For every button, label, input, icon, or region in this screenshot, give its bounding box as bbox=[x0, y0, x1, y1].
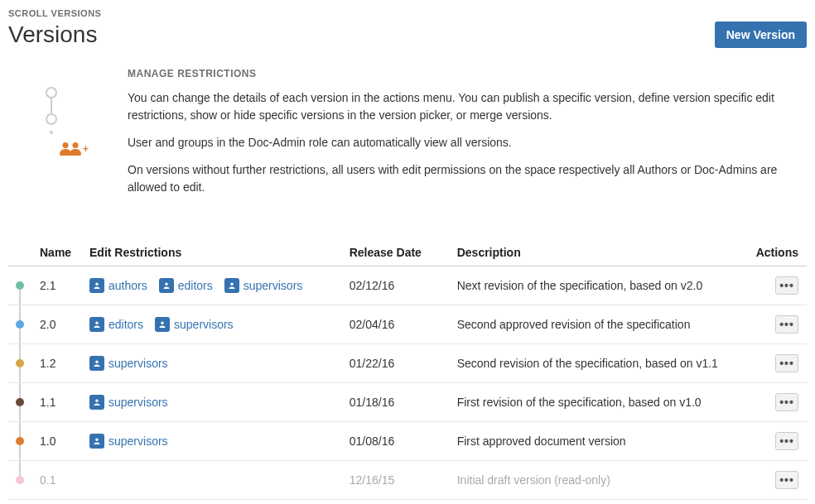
version-name: 1.1 bbox=[31, 383, 81, 422]
timeline-dot bbox=[16, 476, 24, 484]
row-actions-button[interactable]: ••• bbox=[775, 315, 798, 334]
restrictions-cell bbox=[81, 461, 341, 500]
col-timeline bbox=[8, 239, 31, 266]
col-name: Name bbox=[31, 239, 81, 266]
plus-icon: + bbox=[83, 143, 89, 155]
new-version-button[interactable]: New Version bbox=[715, 22, 807, 48]
version-name: 0.1 bbox=[31, 461, 81, 500]
versions-table: Name Edit Restrictions Release Date Desc… bbox=[8, 239, 807, 500]
version-description: Next revision of the specification, base… bbox=[449, 266, 748, 305]
version-description: First approved document version bbox=[449, 422, 748, 461]
group-icon bbox=[159, 278, 174, 293]
timeline-dot bbox=[16, 437, 24, 445]
restriction-tag[interactable]: supervisors bbox=[89, 356, 168, 371]
intro-paragraph: User and groups in the Doc-Admin role ca… bbox=[128, 134, 807, 151]
restriction-tag[interactable]: editors bbox=[159, 278, 213, 293]
breadcrumb: SCROLL VERSIONS bbox=[8, 8, 807, 18]
table-row: 2.0editorssupervisors02/04/16Second appr… bbox=[8, 305, 807, 344]
restriction-label: supervisors bbox=[109, 357, 168, 370]
version-name: 2.0 bbox=[31, 305, 81, 344]
restriction-label: supervisors bbox=[244, 279, 303, 292]
timeline-dot bbox=[16, 359, 24, 367]
restrictions-cell: authorseditorssupervisors bbox=[81, 266, 341, 305]
row-actions-button[interactable]: ••• bbox=[775, 276, 798, 295]
table-row: 1.1supervisors01/18/16First revision of … bbox=[8, 383, 807, 422]
intro-paragraph: On versions without further restrictions… bbox=[128, 161, 807, 196]
restrictions-cell: supervisors bbox=[81, 383, 341, 422]
intro-illustration: + bbox=[41, 68, 108, 206]
intro-paragraph: You can change the details of each versi… bbox=[128, 89, 807, 124]
release-date: 01/18/16 bbox=[341, 383, 449, 422]
restriction-tag[interactable]: supervisors bbox=[89, 434, 168, 449]
group-icon bbox=[89, 434, 104, 449]
svg-point-3 bbox=[50, 131, 53, 134]
section-heading: MANAGE RESTRICTIONS bbox=[128, 68, 807, 79]
timeline-dot bbox=[16, 281, 24, 290]
group-icon bbox=[89, 356, 104, 371]
release-date: 02/04/16 bbox=[341, 305, 449, 344]
restriction-label: supervisors bbox=[109, 396, 168, 409]
table-row: 1.0supervisors01/08/16First approved doc… bbox=[8, 422, 807, 461]
version-name: 1.2 bbox=[31, 344, 81, 383]
row-actions-button[interactable]: ••• bbox=[775, 354, 798, 372]
row-actions-button[interactable]: ••• bbox=[775, 471, 798, 489]
svg-point-2 bbox=[46, 114, 56, 124]
restrictions-cell: supervisors bbox=[81, 422, 341, 461]
restriction-label: supervisors bbox=[174, 318, 234, 331]
restrictions-cell: supervisors bbox=[81, 344, 341, 383]
table-row: 1.2supervisors01/22/16Second revision of… bbox=[8, 344, 807, 383]
restriction-label: editors bbox=[109, 318, 143, 331]
col-release: Release Date bbox=[341, 239, 449, 266]
version-description: First revision of the specification, bas… bbox=[449, 383, 748, 422]
row-actions-button[interactable]: ••• bbox=[775, 432, 798, 450]
col-actions: Actions bbox=[748, 239, 807, 266]
group-icon bbox=[224, 278, 239, 293]
version-description: Second revision of the specification, ba… bbox=[449, 344, 748, 383]
restrictions-cell: editorssupervisors bbox=[81, 305, 341, 344]
timeline-dot bbox=[16, 398, 24, 406]
group-icon bbox=[89, 395, 104, 410]
restriction-label: supervisors bbox=[109, 434, 168, 448]
restriction-tag[interactable]: supervisors bbox=[89, 395, 168, 410]
restriction-label: editors bbox=[178, 279, 213, 292]
col-description: Description bbox=[449, 239, 748, 266]
release-date: 12/16/15 bbox=[341, 461, 449, 500]
table-row: 2.1authorseditorssupervisors02/12/16Next… bbox=[8, 266, 807, 305]
svg-point-0 bbox=[46, 88, 56, 98]
timeline-dot bbox=[16, 320, 24, 329]
restriction-tag[interactable]: editors bbox=[89, 317, 143, 332]
version-name: 1.0 bbox=[31, 422, 81, 461]
version-description: Second approved revision of the specific… bbox=[449, 305, 748, 344]
table-row: 0.112/16/15Initial draft version (read-o… bbox=[8, 461, 807, 500]
version-description: Initial draft version (read-only) bbox=[449, 461, 748, 500]
group-icon bbox=[89, 317, 104, 332]
release-date: 01/08/16 bbox=[341, 422, 449, 461]
release-date: 02/12/16 bbox=[341, 266, 449, 305]
version-name: 2.1 bbox=[31, 266, 81, 305]
row-actions-button[interactable]: ••• bbox=[775, 393, 798, 411]
restriction-tag[interactable]: supervisors bbox=[224, 278, 303, 293]
col-restrictions: Edit Restrictions bbox=[81, 239, 341, 266]
restriction-label: authors bbox=[109, 279, 147, 292]
restriction-tag[interactable]: supervisors bbox=[155, 317, 234, 332]
group-icon bbox=[89, 278, 104, 293]
group-icon bbox=[155, 317, 170, 332]
person-icon bbox=[70, 142, 81, 156]
restriction-tag[interactable]: authors bbox=[89, 278, 147, 293]
page-title: Versions bbox=[8, 22, 97, 48]
release-date: 01/22/16 bbox=[341, 344, 449, 383]
